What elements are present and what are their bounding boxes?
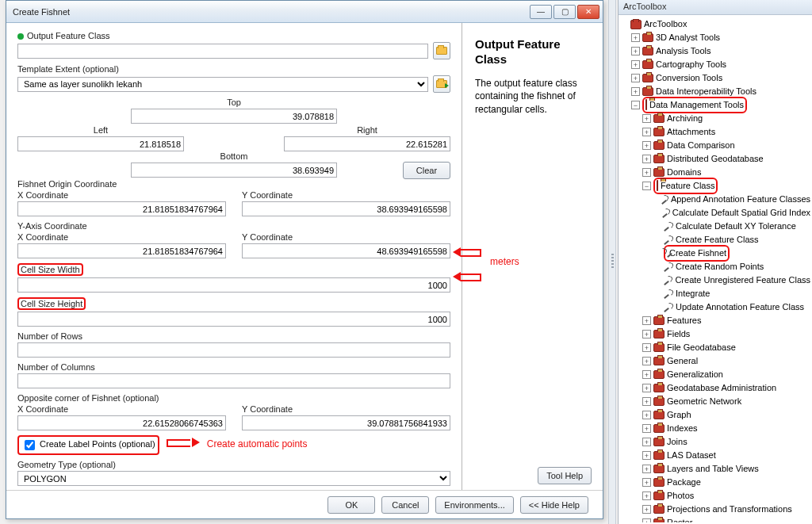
tree-item[interactable]: +Features	[620, 314, 810, 327]
expand-icon[interactable]: +	[642, 491, 651, 500]
titlebar[interactable]: Create Fishnet — ▢ ✕	[6, 1, 603, 23]
expand-icon[interactable]: +	[642, 370, 651, 379]
hide-help-button[interactable]: << Hide Help	[520, 496, 588, 514]
expand-icon[interactable]: +	[642, 316, 651, 325]
expand-icon[interactable]: +	[642, 424, 651, 433]
tree-item[interactable]: +Generalization	[620, 368, 810, 381]
tree-tool[interactable]: Calculate Default Spatial Grid Index	[620, 206, 810, 220]
tree-item[interactable]: +Attachments	[620, 125, 810, 139]
browse-extent-button[interactable]	[433, 75, 450, 93]
extent-left-input[interactable]	[17, 136, 184, 151]
expand-icon[interactable]: +	[642, 397, 651, 406]
arctoolbox-tree[interactable]: ArcToolbox +3D Analyst Tools +Analysis T…	[619, 15, 812, 522]
close-button[interactable]: ✕	[577, 5, 599, 19]
tree-item[interactable]: +Data Comparison	[620, 139, 810, 152]
minimize-button[interactable]: —	[530, 5, 552, 19]
tree-tool[interactable]: Append Annotation Feature Classes	[620, 193, 810, 206]
tree-item[interactable]: +Raster	[620, 516, 810, 522]
opp-y-input[interactable]	[242, 415, 450, 430]
tree-tool-create-fishnet[interactable]: Create Fishnet	[620, 247, 810, 260]
expand-icon[interactable]: +	[642, 114, 651, 123]
expand-icon[interactable]: +	[642, 505, 651, 514]
extent-bottom-input[interactable]	[131, 163, 337, 178]
expand-icon[interactable]: +	[631, 87, 640, 96]
yaxis-x-input[interactable]	[17, 243, 226, 258]
tree-item[interactable]: +3D Analyst Tools	[620, 31, 810, 44]
tree-item[interactable]: +Archiving	[620, 112, 810, 125]
tree-tool[interactable]: Create Random Points	[620, 260, 810, 273]
collapse-icon[interactable]: −	[642, 182, 651, 190]
expand-icon[interactable]: +	[642, 168, 651, 177]
tree-tool[interactable]: Update Annotation Feature Class	[620, 300, 810, 314]
tree-item[interactable]: +File Geodatabase	[620, 341, 810, 354]
opp-x-input[interactable]	[17, 415, 226, 430]
tree-item[interactable]: +Fields	[620, 327, 810, 341]
origin-x-input[interactable]	[17, 201, 226, 216]
tree-tool[interactable]: Integrate	[620, 287, 810, 300]
tree-item[interactable]: +Indexes	[620, 422, 810, 435]
num-rows-input[interactable]	[17, 342, 450, 358]
expand-icon[interactable]: +	[642, 451, 651, 460]
num-cols-input[interactable]	[17, 373, 450, 388]
extent-grid: Top Left Right Bottom	[17, 98, 450, 178]
expand-icon[interactable]: +	[642, 330, 651, 338]
tree-item[interactable]: +Cartography Tools	[620, 58, 810, 71]
collapse-icon[interactable]: −	[631, 101, 640, 109]
toolset-icon	[653, 491, 665, 500]
tree-tool[interactable]: Create Unregistered Feature Class	[620, 273, 810, 287]
environments-button[interactable]: Environments...	[435, 496, 513, 514]
expand-icon[interactable]: +	[642, 141, 651, 150]
tree-item[interactable]: +Package	[620, 476, 810, 489]
cell-width-input[interactable]	[17, 277, 450, 293]
expand-icon[interactable]: +	[642, 438, 651, 446]
geometry-type-select[interactable]: POLYGON	[17, 471, 450, 486]
expand-icon[interactable]: +	[642, 478, 651, 487]
cell-height-input[interactable]	[17, 312, 450, 327]
expand-icon[interactable]: +	[642, 155, 651, 163]
expand-icon[interactable]: +	[642, 343, 651, 352]
tree-item[interactable]: +Conversion Tools	[620, 71, 810, 85]
expand-icon[interactable]: +	[631, 60, 640, 69]
tree-item[interactable]: +General	[620, 354, 810, 368]
tree-tool[interactable]: Calculate Default XY Tolerance	[620, 220, 810, 233]
extent-right-input[interactable]	[284, 136, 450, 151]
clear-extent-button[interactable]: Clear	[403, 162, 450, 179]
tree-item-feature-class[interactable]: −Feature Class	[620, 179, 810, 193]
tree-item[interactable]: +Photos	[620, 489, 810, 503]
tree-item[interactable]: +Domains	[620, 166, 810, 179]
expand-icon[interactable]: +	[642, 357, 651, 365]
expand-icon[interactable]: +	[642, 518, 651, 522]
expand-icon[interactable]: +	[631, 47, 640, 55]
tree-root[interactable]: ArcToolbox	[620, 17, 810, 31]
expand-icon[interactable]: +	[642, 465, 651, 473]
tree-item[interactable]: +Joins	[620, 435, 810, 449]
tree-item[interactable]: +Geometric Network	[620, 395, 810, 408]
tree-item[interactable]: +Distributed Geodatabase	[620, 152, 810, 166]
tree-item[interactable]: +LAS Dataset	[620, 449, 810, 462]
expand-icon[interactable]: +	[631, 74, 640, 82]
origin-y-input[interactable]	[242, 201, 450, 216]
tree-item[interactable]: +Layers and Table Views	[620, 462, 810, 476]
output-feature-class-input[interactable]	[17, 44, 428, 59]
expand-icon[interactable]: +	[642, 411, 651, 419]
tree-item[interactable]: +Analysis Tools	[620, 44, 810, 58]
tree-item[interactable]: +Geodatabase Administration	[620, 381, 810, 395]
ok-button[interactable]: OK	[327, 496, 375, 514]
browse-output-button[interactable]	[433, 42, 450, 59]
yaxis-y-input[interactable]	[242, 243, 450, 258]
expand-icon[interactable]: +	[642, 128, 651, 136]
tree-item-data-management[interactable]: −Data Management Tools	[620, 98, 810, 112]
hammer-icon	[664, 235, 673, 245]
splitter[interactable]	[608, 0, 616, 524]
extent-top-input[interactable]	[131, 109, 337, 124]
expand-icon[interactable]: +	[642, 384, 651, 392]
tree-item[interactable]: +Graph	[620, 408, 810, 422]
template-extent-select[interactable]: Same as layer sunolikh lekanh	[17, 77, 428, 92]
tool-help-button[interactable]: Tool Help	[538, 467, 592, 484]
maximize-button[interactable]: ▢	[553, 5, 576, 19]
origin-x-label: X Coordinate	[17, 190, 226, 200]
expand-icon[interactable]: +	[631, 33, 640, 42]
tree-item[interactable]: +Projections and Transformations	[620, 503, 810, 516]
cancel-button[interactable]: Cancel	[381, 496, 429, 514]
create-label-points-checkbox[interactable]	[25, 440, 35, 450]
